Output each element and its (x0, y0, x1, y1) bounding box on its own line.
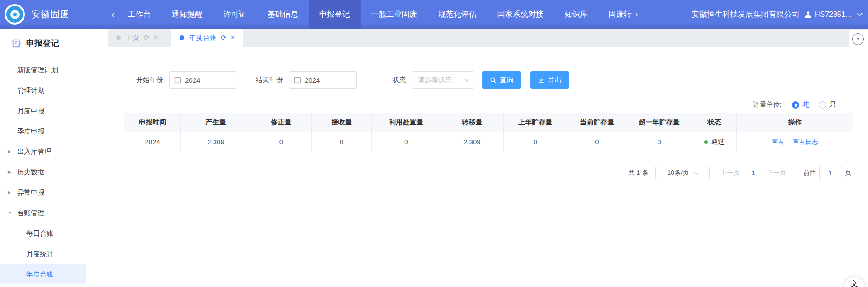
annual-ledger-table: 申报时间 产生量 修正量 接收量 利用处置量 转移量 上年贮存量 当前贮存量 超… (124, 113, 853, 152)
nav-item-basic-info[interactable]: 基础信息 (257, 0, 309, 29)
sidebar: 申报登记 新版管理计划 管理计划 月度申报 季度申报 ▶出入库管理 ▶历史数据 … (0, 29, 86, 287)
cell-corrected: 0 (251, 132, 311, 152)
col-current-storage: 当前贮存量 (567, 113, 627, 132)
nav-item-notifications[interactable]: 通知提醒 (161, 0, 213, 29)
cell-declare-time: 2024 (124, 132, 181, 152)
sidebar-item-history-data[interactable]: ▶历史数据 (0, 162, 86, 182)
view-log-link[interactable]: 查看日志 (793, 138, 818, 145)
nav-item-knowledge-base[interactable]: 知识库 (554, 0, 598, 29)
start-year-field[interactable] (169, 71, 237, 89)
refresh-icon[interactable]: ⟳ (144, 34, 150, 42)
goto-label: 前往 (803, 169, 816, 177)
nav-overflow-icon[interactable]: › (635, 10, 638, 19)
goto-page-input[interactable] (819, 166, 841, 180)
col-corrected: 修正量 (251, 113, 311, 132)
sidebar-item-ledger-mgmt[interactable]: ▼台账管理 (0, 203, 86, 223)
nav-item-national-system[interactable]: 国家系统对接 (487, 0, 554, 29)
radio-ton-label[interactable]: 吨 (802, 100, 809, 109)
cell-transferred: 2.309 (440, 132, 504, 152)
refresh-icon[interactable]: ⟳ (221, 34, 227, 42)
sidebar-item-mgmt-plan[interactable]: 管理计划 (0, 80, 86, 100)
nav-item-workbench[interactable]: 工作台 (117, 0, 161, 29)
pagination: 共 1 条 10条/页 上一页 1 下一页 前往 页 (86, 166, 851, 180)
sidebar-item-monthly-stats[interactable]: 月度统计 (0, 243, 86, 264)
collapse-sidebar-icon[interactable]: ‹ (109, 9, 117, 20)
cell-actions: 查看 查看日志 (737, 132, 853, 152)
arrow-right-icon: ▶ (8, 182, 11, 203)
logo-emblem (6, 6, 23, 23)
nav-item-license[interactable]: 许可证 (213, 0, 257, 29)
col-prev-storage: 上年贮存量 (504, 113, 567, 132)
tab-label: 主页 (126, 34, 139, 42)
navbar-right: 安徽恒生科技发展集团有限公司 HS72851... (642, 9, 864, 20)
calendar-icon (174, 76, 181, 84)
arrow-down-icon: ▼ (8, 203, 12, 223)
page-number-1[interactable]: 1 (751, 169, 755, 177)
tab-dot-icon (180, 35, 184, 40)
status-dot-icon (704, 140, 708, 144)
tab-home[interactable]: 主页 ⟳ × (108, 29, 166, 47)
sidebar-item-annual-ledger[interactable]: 年度台账 (0, 264, 86, 284)
close-all-tabs-button[interactable]: × (849, 30, 868, 48)
translate-float-button[interactable]: 文 (844, 277, 865, 287)
close-icon[interactable]: × (154, 34, 158, 42)
chevron-down-icon (694, 170, 699, 175)
download-icon (538, 77, 545, 84)
tab-dot-icon (116, 35, 121, 40)
start-year-label: 开始年份 (136, 76, 163, 84)
sidebar-item-label: 异常申报 (17, 188, 44, 196)
tab-annual-ledger[interactable]: 年度台账 ⟳ × (171, 29, 243, 47)
sidebar-item-monthly-declare[interactable]: 月度申报 (0, 100, 86, 121)
prev-page-button[interactable]: 上一页 (721, 169, 740, 177)
company-name: 安徽恒生科技发展集团有限公司 (692, 9, 800, 20)
cell-utilized: 0 (372, 132, 440, 152)
user-icon (804, 10, 812, 19)
sidebar-item-quarterly-declare[interactable]: 季度申报 (0, 121, 86, 141)
col-declare-time: 申报时间 (124, 113, 181, 132)
radio-ton[interactable] (792, 101, 799, 109)
col-transferred: 转移量 (440, 113, 504, 132)
sidebar-item-label: 历史数据 (17, 168, 44, 176)
sidebar-item-abnormal-declare[interactable]: ▶异常申报 (0, 182, 86, 203)
start-year-input[interactable] (185, 76, 226, 84)
close-icon[interactable]: × (231, 34, 235, 42)
tabbar-left-gap (86, 29, 108, 47)
app-title: 安徽固废 (31, 8, 69, 20)
view-link[interactable]: 查看 (772, 138, 785, 145)
page-size-value: 10条/页 (667, 169, 688, 177)
circled-close-icon: × (852, 33, 864, 45)
chevron-down-icon (465, 77, 470, 82)
nav-item-general-solid-waste[interactable]: 一般工业固废 (361, 0, 428, 29)
status-select[interactable]: 请选择状态 (412, 71, 474, 89)
col-received: 接收量 (311, 113, 371, 132)
sidebar-item-label: 出入库管理 (17, 148, 51, 155)
col-status: 状态 (692, 113, 737, 132)
page-size-select[interactable]: 10条/页 (655, 166, 710, 180)
nav-item-declaration[interactable]: 申报登记 (309, 0, 361, 29)
tab-bar: 主页 ⟳ × 年度台账 ⟳ × × (86, 29, 868, 47)
nav-item-standard-evaluation[interactable]: 规范化评估 (428, 0, 487, 29)
col-over-year-storage: 超一年贮存量 (627, 113, 692, 132)
end-year-label: 结束年份 (256, 76, 283, 84)
radio-piece-label[interactable]: 只 (829, 100, 836, 109)
sidebar-item-new-mgmt-plan[interactable]: 新版管理计划 (0, 59, 86, 80)
cell-received: 0 (311, 132, 371, 152)
search-button[interactable]: 查询 (482, 71, 521, 89)
export-button[interactable]: 导出 (530, 71, 569, 89)
cell-current-storage: 0 (567, 132, 627, 152)
end-year-field[interactable] (289, 71, 357, 89)
sidebar-item-daily-ledger[interactable]: 每日台账 (0, 223, 86, 243)
next-page-button[interactable]: 下一页 (767, 169, 786, 177)
cell-status: 通过 (692, 132, 737, 152)
unit-label: 计量单位: (753, 100, 782, 109)
table-header-row: 申报时间 产生量 修正量 接收量 利用处置量 转移量 上年贮存量 当前贮存量 超… (124, 113, 853, 132)
radio-piece[interactable] (819, 101, 826, 109)
cell-generated: 2.309 (181, 132, 251, 152)
sidebar-item-inout-mgmt[interactable]: ▶出入库管理 (0, 141, 86, 162)
nav-item-waste-transfer[interactable]: 固废转 (598, 0, 634, 29)
tab-label: 年度台账 (189, 34, 216, 42)
chevron-down-icon[interactable] (857, 10, 863, 16)
page-content: 开始年份 结束年份 状态 请选择状态 (86, 47, 868, 287)
end-year-input[interactable] (305, 76, 346, 84)
translate-icon: 文 (851, 279, 858, 287)
